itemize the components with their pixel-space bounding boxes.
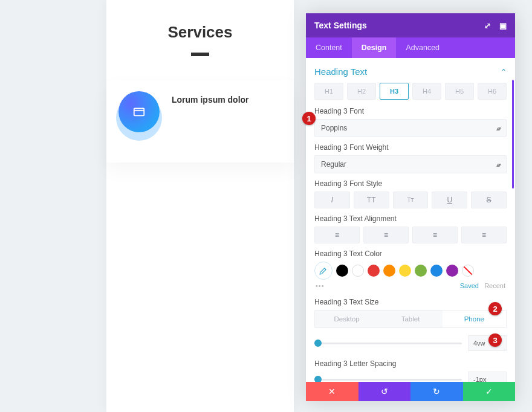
h6-button[interactable]: H6 xyxy=(478,83,507,100)
redo-button[interactable]: ↻ xyxy=(410,382,463,401)
swatch-yellow[interactable] xyxy=(399,265,411,277)
h4-button[interactable]: H4 xyxy=(412,83,441,100)
text-size-slider-row: 4vw xyxy=(314,335,507,351)
h1-button[interactable]: H1 xyxy=(314,83,343,100)
action-bar: ✕ ↺ ↻ ✓ xyxy=(306,382,515,401)
select-arrows-icon: ▴▾ xyxy=(496,125,500,132)
drag-handle-icon[interactable]: ⤢ xyxy=(484,21,491,30)
smallcaps-button[interactable]: TT xyxy=(393,192,429,208)
undo-button[interactable]: ↺ xyxy=(358,382,411,401)
h5-button[interactable]: H5 xyxy=(445,83,474,100)
color-label: Heading 3 Text Color xyxy=(314,249,507,258)
panel-title: Text Settings xyxy=(314,21,367,30)
text-align-row: ≡ ≡ ≡ ≡ xyxy=(314,227,507,243)
swatch-purple[interactable] xyxy=(446,265,458,277)
callout-2: 2 xyxy=(488,302,502,315)
device-tablet[interactable]: Tablet xyxy=(378,311,442,327)
font-select[interactable]: Poppins ▴▾ xyxy=(314,119,507,137)
weight-select[interactable]: Regular ▴▾ xyxy=(314,155,507,173)
preview-pane: Services Lorum ipsum dolor xyxy=(106,0,294,412)
card-heading: Lorum ipsum dolor xyxy=(172,91,249,105)
color-tabs: ••• Saved Recent xyxy=(314,280,507,295)
callout-3: 3 xyxy=(488,333,502,347)
section-title: Heading Text xyxy=(314,66,367,77)
italic-button[interactable]: I xyxy=(314,192,350,208)
panel-body: Heading Text ⌃ H1 H2 H3 H4 H5 H6 Heading… xyxy=(306,58,515,382)
device-selector: Desktop Tablet Phone xyxy=(314,310,507,328)
device-desktop[interactable]: Desktop xyxy=(315,311,378,327)
callout-1: 1 xyxy=(302,112,316,125)
service-card: Lorum ipsum dolor xyxy=(106,80,294,163)
scrollbar[interactable] xyxy=(512,80,514,188)
section-heading-text[interactable]: Heading Text ⌃ xyxy=(314,66,507,77)
color-swatches xyxy=(314,262,507,280)
font-style-row: I TT TT U S xyxy=(314,192,507,208)
swatch-green[interactable] xyxy=(415,265,427,277)
swatch-red[interactable] xyxy=(368,265,380,277)
select-arrows-icon: ▴▾ xyxy=(496,161,500,168)
recent-colors-tab[interactable]: Recent xyxy=(484,282,505,289)
chevron-up-icon: ⌃ xyxy=(501,68,507,76)
align-justify-button[interactable]: ≡ xyxy=(461,227,507,243)
h2-button[interactable]: H2 xyxy=(347,83,376,100)
title-underline xyxy=(191,53,209,56)
save-button[interactable]: ✓ xyxy=(463,382,516,401)
weight-value: Regular xyxy=(321,160,346,169)
letter-spacing-slider[interactable] xyxy=(314,379,462,381)
slider-thumb[interactable] xyxy=(314,340,322,347)
uppercase-button[interactable]: TT xyxy=(354,192,389,208)
tabs: Content Design Advanced xyxy=(306,37,515,58)
panel-header: Text Settings ⤢ ▣ xyxy=(306,13,515,37)
heading-level-selector: H1 H2 H3 H4 H5 H6 xyxy=(314,83,507,100)
settings-panel: Text Settings ⤢ ▣ Content Design Advance… xyxy=(306,13,515,401)
svg-rect-0 xyxy=(134,109,144,116)
weight-label: Heading 3 Font Weight xyxy=(314,143,507,152)
align-label: Heading 3 Text Alignment xyxy=(314,214,507,223)
delete-button[interactable]: ✕ xyxy=(306,382,358,401)
swatch-black[interactable] xyxy=(336,265,348,277)
tab-design[interactable]: Design xyxy=(352,37,397,58)
color-picker-button[interactable] xyxy=(314,262,332,280)
page-title: Services xyxy=(106,23,294,42)
tab-content[interactable]: Content xyxy=(306,37,352,58)
swatch-none[interactable] xyxy=(462,265,474,277)
spacing-label: Heading 3 Letter Spacing xyxy=(314,359,507,368)
swatch-white[interactable] xyxy=(352,265,364,277)
text-size-slider[interactable] xyxy=(314,343,462,344)
font-label: Heading 3 Font xyxy=(314,107,507,115)
size-label: Heading 3 Text Size xyxy=(314,298,507,306)
expand-icon[interactable]: ▣ xyxy=(499,21,507,30)
tab-advanced[interactable]: Advanced xyxy=(396,37,449,58)
align-right-button[interactable]: ≡ xyxy=(412,227,458,243)
align-center-button[interactable]: ≡ xyxy=(363,227,409,243)
saved-colors-tab[interactable]: Saved xyxy=(460,282,479,289)
service-icon xyxy=(118,91,160,132)
h3-button[interactable]: H3 xyxy=(380,83,409,100)
slider-thumb[interactable] xyxy=(314,376,322,382)
align-left-button[interactable]: ≡ xyxy=(314,227,360,243)
font-value: Poppins xyxy=(321,124,347,132)
letter-spacing-value[interactable]: -1px xyxy=(468,372,507,382)
swatch-orange[interactable] xyxy=(383,265,395,277)
swatch-blue[interactable] xyxy=(430,265,443,277)
underline-button[interactable]: U xyxy=(432,192,467,208)
letter-spacing-slider-row: -1px xyxy=(314,372,507,382)
strikethrough-button[interactable]: S xyxy=(471,192,507,208)
style-label: Heading 3 Font Style xyxy=(314,179,507,188)
more-dots-icon[interactable]: ••• xyxy=(316,282,325,289)
